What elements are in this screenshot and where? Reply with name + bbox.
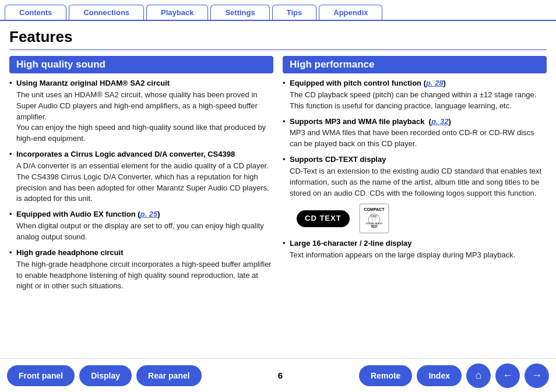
feature-body: CD-Text is an extension to the existing …	[290, 166, 547, 199]
page-ref[interactable]: p. 28	[426, 79, 444, 87]
list-item: High grade headphone circuit The high-gr…	[9, 248, 273, 292]
main-columns: High quality sound Using Marantz origina…	[9, 56, 547, 296]
nav-tab-tips[interactable]: Tips	[272, 5, 317, 20]
list-item: Supports MP3 and WMA file playback (p. 3…	[283, 116, 547, 150]
nav-tab-playback[interactable]: Playback	[146, 5, 208, 20]
feature-body: A D/A converter is an essential element …	[16, 161, 273, 204]
svg-text:TEXT: TEXT	[371, 225, 378, 228]
list-item: Equipped with Audio EX function (p. 25) …	[9, 209, 273, 243]
index-button[interactable]: Index	[417, 365, 462, 386]
nav-tab-connections[interactable]: Connections	[69, 5, 144, 20]
left-feature-list: Using Marantz original HDAM® SA2 circuit…	[9, 78, 273, 292]
feature-body: The unit uses an HDAM® SA2 circuit, whos…	[16, 90, 273, 144]
feature-body: When digital output or the display are s…	[16, 221, 273, 243]
feature-title: Supports CD-TEXT display	[290, 155, 386, 164]
svg-text:DISC: DISC	[371, 214, 378, 218]
nav-tab-contents[interactable]: Contents	[5, 5, 66, 20]
feature-body: The CD playback speed (pitch) can be cha…	[290, 90, 547, 112]
left-section-header: High quality sound	[9, 56, 273, 73]
top-navigation: ContentsConnectionsPlaybackSettingsTipsA…	[0, 0, 556, 21]
list-item: Using Marantz original HDAM® SA2 circuit…	[9, 78, 273, 144]
feature-title: Using Marantz original HDAM® SA2 circuit	[16, 79, 170, 87]
forward-button[interactable]: →	[525, 363, 549, 388]
feature-title: Supports MP3 and WMA file playback (p. 3…	[290, 117, 451, 126]
feature-title: High grade headphone circuit	[16, 248, 123, 257]
list-item: Large 16-character / 2-line display Text…	[283, 238, 547, 261]
feature-body: Text information appears on the large di…	[290, 250, 547, 261]
svg-text:COMPACT: COMPACT	[364, 207, 385, 211]
remote-button[interactable]: Remote	[359, 365, 412, 386]
rear-panel-button[interactable]: Rear panel	[136, 365, 202, 386]
svg-point-3	[372, 218, 376, 221]
right-column: High performance Equipped with pitch con…	[283, 56, 547, 296]
home-button[interactable]: ⌂	[466, 363, 491, 388]
page-number: 6	[206, 370, 354, 380]
forward-arrow-icon: →	[532, 369, 542, 382]
left-column: High quality sound Using Marantz origina…	[9, 56, 273, 296]
feature-title: Equipped with Audio EX function (p. 25)	[16, 210, 160, 218]
display-button[interactable]: Display	[79, 365, 132, 386]
back-arrow-icon: ←	[502, 369, 513, 382]
nav-tab-settings[interactable]: Settings	[210, 5, 269, 20]
back-button[interactable]: ←	[495, 363, 520, 388]
feature-title: Equipped with pitch control function (p.…	[290, 79, 446, 87]
bottom-navigation: Front panel Display Rear panel 6 Remote …	[0, 358, 556, 392]
compact-disc-logo: COMPACT DISC DIGITAL AUDIO TEXT	[359, 203, 389, 234]
page-title: Features	[9, 28, 547, 50]
nav-tab-appendix[interactable]: Appendix	[319, 5, 382, 20]
feature-title: Large 16-character / 2-line display	[290, 239, 412, 248]
home-icon: ⌂	[476, 369, 482, 382]
svg-text:DIGITAL AUDIO: DIGITAL AUDIO	[365, 222, 382, 225]
feature-body: MP3 and WMA files that have been recorde…	[290, 128, 547, 150]
feature-title: Incorporates a Cirrus Logic advanced D/A…	[16, 150, 235, 158]
cd-text-logo: CD TEXT	[297, 210, 350, 227]
list-item: Equipped with pitch control function (p.…	[283, 78, 547, 112]
page-ref[interactable]: p. 25	[140, 210, 158, 218]
page-content: Features High quality sound Using Marant…	[0, 21, 556, 301]
cd-logos: CD TEXT COMPACT DISC DIGITAL AUDIO TEXT	[297, 203, 547, 234]
right-feature-list: Equipped with pitch control function (p.…	[283, 78, 547, 261]
front-panel-button[interactable]: Front panel	[7, 365, 75, 386]
list-item: Incorporates a Cirrus Logic advanced D/A…	[9, 149, 273, 204]
right-section-header: High performance	[283, 56, 547, 73]
feature-body: The high-grade headphone circuit incorpo…	[16, 259, 273, 292]
list-item: Supports CD-TEXT display CD-Text is an e…	[283, 154, 547, 234]
page-ref[interactable]: p. 32	[431, 117, 449, 126]
